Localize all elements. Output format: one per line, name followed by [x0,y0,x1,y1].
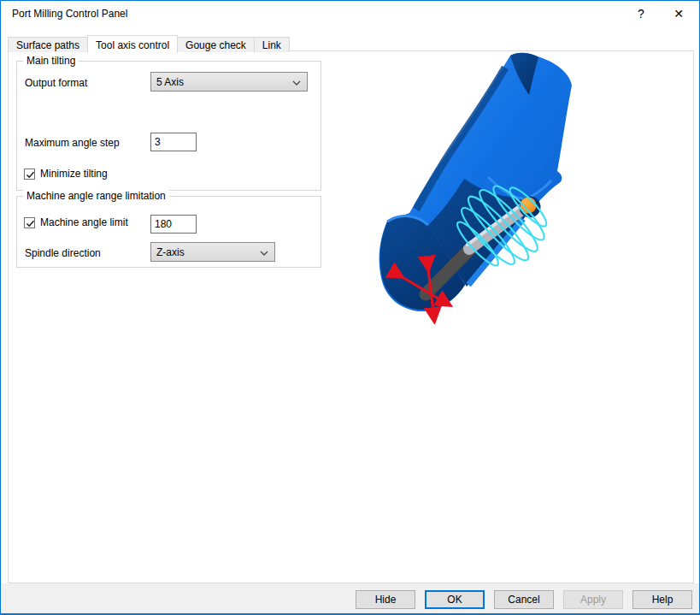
output-format-label: Output format [25,77,87,89]
spindle-direction-value: Z-axis [156,246,185,258]
output-format-value: 5 Axis [156,76,184,88]
window-title: Port Milling Control Panel [12,8,127,20]
tab-bar: Surface paths Tool axis control Gouge ch… [8,35,289,52]
spindle-direction-label: Spindle direction [25,247,101,259]
tab-surface-paths[interactable]: Surface paths [8,37,88,52]
machine-angle-limit-label: Machine angle limit [40,216,128,228]
chevron-down-icon [292,80,301,86]
dialog-window: Port Milling Control Panel ? ✕ Surface p… [0,0,700,615]
cancel-button[interactable]: Cancel [494,590,554,609]
machine-angle-limit-checkbox[interactable] [24,217,35,228]
checkmark-icon [26,170,35,180]
minimize-tilting-label: Minimize tilting [40,168,108,180]
ok-button[interactable]: OK [425,590,485,609]
port-3d-preview[interactable] [368,50,642,324]
machine-angle-limit-input[interactable] [150,215,197,234]
minimize-tilting-checkbox[interactable] [24,169,35,180]
tab-link[interactable]: Link [254,37,290,52]
tab-gouge-check[interactable]: Gouge check [177,37,255,52]
chevron-down-icon [260,251,268,256]
checkmark-icon [26,219,35,228]
spindle-direction-select[interactable]: Z-axis [150,242,275,262]
max-angle-step-input[interactable] [150,133,197,151]
hide-button[interactable]: Hide [356,590,415,609]
help-icon[interactable]: ? [627,4,655,23]
group-machine-angle-range-label: Machine angle range limitation [23,190,169,202]
max-angle-step-label: Maximum angle step [25,137,120,149]
output-format-select[interactable]: 5 Axis [150,72,308,92]
tab-tool-axis-control[interactable]: Tool axis control [87,35,178,53]
apply-button: Apply [563,590,623,609]
title-bar: Port Milling Control Panel ? ✕ [1,1,699,27]
help-button[interactable]: Help [632,590,692,609]
group-main-tilting-label: Main tilting [23,55,79,67]
close-icon[interactable]: ✕ [665,4,692,23]
